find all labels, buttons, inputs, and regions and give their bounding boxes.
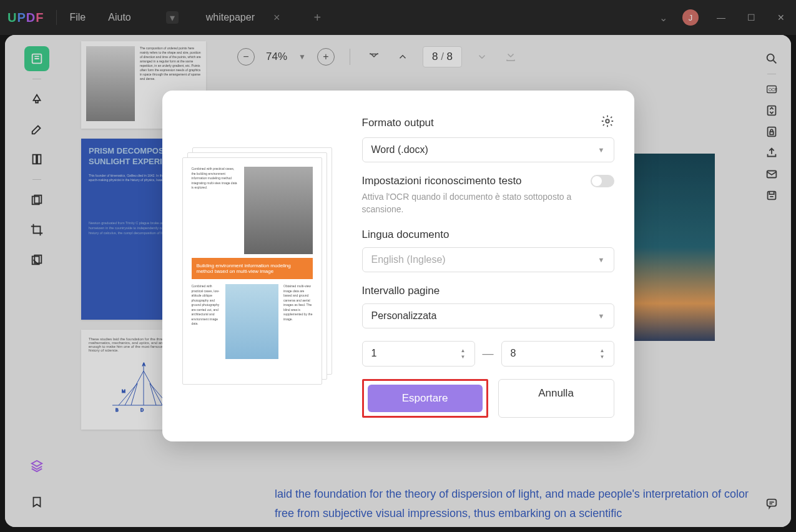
ocr-description: Attiva l'OCR quando il documento è stato… <box>362 191 581 215</box>
format-select[interactable]: Word (.docx) ▼ <box>362 137 614 162</box>
step-down-icon[interactable]: ▼ <box>600 354 605 360</box>
chevron-down-icon: ▼ <box>598 256 605 264</box>
export-button[interactable]: Esportare <box>368 385 483 412</box>
ocr-label: Impostazioni riconoscimento testo <box>362 175 581 187</box>
modal-overlay: Combined with practical cases, the build… <box>0 0 796 532</box>
range-label: Intervallo pagine <box>362 285 440 297</box>
range-dash: — <box>483 347 494 360</box>
ocr-toggle[interactable] <box>591 175 614 187</box>
step-up-icon[interactable]: ▲ <box>600 348 605 353</box>
cancel-button[interactable]: Annulla <box>498 379 614 418</box>
svg-point-22 <box>606 120 609 124</box>
language-select[interactable]: English (Inglese) ▼ <box>362 247 614 272</box>
chevron-down-icon: ▼ <box>598 146 605 154</box>
format-label: Formato output <box>362 117 434 129</box>
range-from-input[interactable]: 1 ▲▼ <box>362 341 475 367</box>
page-range-select[interactable]: Personalizzata ▼ <box>362 303 614 328</box>
export-form: Formato output Word (.docx) ▼ Impostazio… <box>362 114 614 417</box>
range-to-input[interactable]: 8 ▲▼ <box>501 341 614 367</box>
preview-banner: Building environment information modelin… <box>192 258 313 279</box>
language-label: Lingua documento <box>362 229 450 241</box>
export-highlight: Esportare <box>362 379 488 418</box>
export-preview: Combined with practical cases, the build… <box>182 114 345 417</box>
gear-icon[interactable] <box>601 114 614 131</box>
chevron-down-icon: ▼ <box>598 312 605 320</box>
export-dialog: Combined with practical cases, the build… <box>162 91 634 441</box>
step-down-icon[interactable]: ▼ <box>461 354 466 360</box>
step-up-icon[interactable]: ▲ <box>461 348 466 353</box>
